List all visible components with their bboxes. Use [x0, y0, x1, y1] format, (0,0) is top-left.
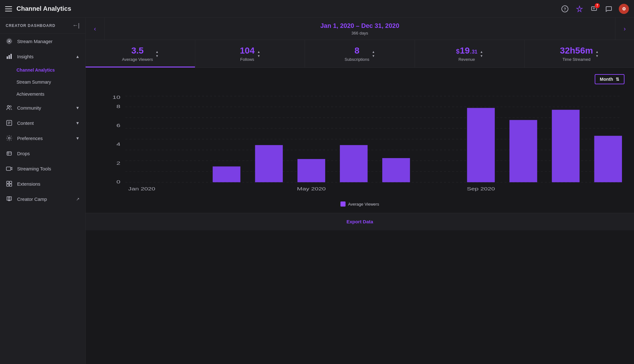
svg-marker-2	[577, 6, 582, 12]
content-icon	[6, 119, 13, 126]
sidebar-item-streaming-tools[interactable]: Streaming Tools	[0, 161, 85, 176]
date-range-center: Jan 1, 2020 – Dec 31, 2020 366 days	[105, 22, 615, 35]
avatar[interactable]: ⚙	[619, 4, 629, 14]
export-label: Export Data	[346, 219, 373, 224]
prev-period-button[interactable]: ‹	[86, 18, 105, 40]
sidebar-item-achievements[interactable]: Achievements	[0, 88, 85, 100]
sidebar-collapse-icon[interactable]: ←|	[72, 22, 80, 29]
period-select[interactable]: Month ⇅	[595, 74, 624, 84]
people-icon	[6, 104, 13, 111]
next-period-button[interactable]: ›	[615, 18, 634, 40]
drops-label: Drops	[17, 151, 30, 156]
bar-sep	[467, 108, 495, 182]
avg-viewers-label: Average Viewers	[122, 57, 153, 62]
page-title: Channel Analytics	[16, 5, 71, 12]
stat-follows[interactable]: 104 Follows ▲▼	[195, 40, 305, 67]
sidebar-item-channel-analytics[interactable]: Channel Analytics	[0, 64, 85, 76]
bar-dec	[594, 136, 622, 182]
sidebar-item-creator-camp[interactable]: Creator Camp ↗	[0, 191, 85, 207]
svg-text:Jan 2020: Jan 2020	[128, 186, 155, 191]
svg-point-6	[8, 40, 10, 42]
topbar-right: ? 7 ⚙	[560, 4, 629, 14]
help-icon[interactable]: ?	[560, 4, 569, 13]
time-streamed-value: 32h56m	[560, 46, 593, 56]
subscriptions-value: 8	[354, 46, 359, 56]
content-chevron-icon: ▼	[75, 121, 80, 125]
bar-nov	[552, 110, 579, 182]
sidebar-item-stream-manager[interactable]: Stream Manager	[0, 34, 85, 49]
radio-icon	[6, 38, 13, 45]
svg-rect-25	[7, 184, 9, 186]
follows-value: 104	[240, 46, 255, 56]
channel-analytics-label: Channel Analytics	[16, 67, 55, 73]
date-range-bar: ‹ Jan 1, 2020 – Dec 31, 2020 366 days ›	[86, 18, 634, 40]
period-select-arrows-icon: ⇅	[616, 77, 619, 82]
sidebar-header-label: CREATOR DASHBOARD	[6, 23, 55, 28]
svg-text:6: 6	[116, 123, 120, 128]
insights-chevron-icon: ▲	[75, 54, 80, 59]
svg-text:0: 0	[116, 179, 120, 184]
svg-rect-23	[7, 181, 9, 183]
chart-svg: 0 2 4 6 8 10	[95, 89, 624, 197]
svg-text:May 2020: May 2020	[297, 186, 326, 191]
external-link-icon: ↗	[76, 197, 80, 201]
preferences-chevron-icon: ▼	[75, 136, 80, 141]
revenue-cents-val: 31	[472, 49, 477, 55]
stat-subscriptions[interactable]: 8 Subscriptions ▲▼	[305, 40, 415, 67]
bar-jul	[382, 158, 410, 182]
avg-viewers-value: 3.5	[131, 46, 144, 56]
insights-label: Insights	[17, 54, 34, 59]
bar-chart: 0 2 4 6 8 10	[95, 89, 624, 197]
legend-color-avg-viewers	[340, 201, 346, 207]
achievements-label: Achievements	[16, 92, 44, 97]
svg-point-18	[8, 137, 10, 139]
follows-label: Follows	[240, 57, 254, 62]
chart-controls: Month ⇅	[95, 74, 624, 84]
creator-camp-label: Creator Camp	[17, 196, 47, 202]
svg-rect-26	[10, 184, 12, 186]
sidebar-item-extensions[interactable]: Extensions	[0, 176, 85, 191]
sidebar-item-community[interactable]: Community ▼	[0, 100, 85, 115]
notifications-icon[interactable]: 7	[590, 4, 598, 13]
sidebar-header: CREATOR DASHBOARD ←|	[0, 18, 85, 34]
date-range-days: 366 days	[352, 31, 368, 35]
svg-point-12	[7, 105, 9, 107]
chart-icon	[6, 53, 13, 60]
chart-area: Month ⇅ 0 2	[86, 68, 634, 213]
sidebar-item-preferences[interactable]: Preferences ▼	[0, 131, 85, 146]
sidebar-item-insights[interactable]: Insights ▲	[0, 49, 85, 64]
hamburger-icon[interactable]	[5, 6, 12, 11]
date-range-text: Jan 1, 2020 – Dec 31, 2020	[320, 22, 399, 29]
svg-rect-9	[7, 56, 8, 59]
stream-manager-label: Stream Manager	[17, 39, 53, 44]
time-streamed-label: Time Streamed	[562, 57, 590, 62]
content-label: Content	[17, 120, 34, 126]
sidebar-item-stream-summary[interactable]: Stream Summary	[0, 76, 85, 88]
svg-text:4: 4	[116, 142, 120, 147]
svg-text:?: ?	[564, 7, 566, 11]
stream-summary-label: Stream Summary	[16, 80, 51, 85]
stat-revenue[interactable]: $ 19 . 31 Revenue ▲▼	[415, 40, 525, 67]
extensions-icon	[6, 180, 13, 187]
stat-avg-viewers[interactable]: 3.5 Average Viewers ▲▼	[86, 40, 195, 67]
chat-icon[interactable]	[604, 4, 613, 13]
svg-text:2: 2	[116, 161, 120, 166]
community-chevron-icon: ▼	[75, 105, 80, 110]
svg-text:10: 10	[113, 94, 120, 99]
sidebar-item-drops[interactable]: Drops	[0, 146, 85, 161]
sidebar-item-content[interactable]: Content ▼	[0, 115, 85, 131]
legend-label-avg-viewers: Average Viewers	[348, 202, 379, 207]
export-bar[interactable]: Export Data	[86, 213, 634, 230]
stats-bar: 3.5 Average Viewers ▲▼ 104 Follows ▲▼	[86, 40, 634, 68]
bar-may	[297, 159, 325, 182]
revenue-cents: .	[470, 49, 471, 55]
bar-oct	[509, 120, 537, 182]
svg-rect-10	[9, 55, 10, 59]
stat-time-streamed[interactable]: 32h56m Time Streamed ▲▼	[525, 40, 634, 67]
svg-text:Sep 2020: Sep 2020	[467, 186, 495, 191]
svg-rect-19	[7, 152, 11, 155]
bar-mar	[213, 166, 240, 182]
notification-badge: 7	[595, 3, 600, 8]
community-label: Community	[17, 105, 41, 111]
magic-icon[interactable]	[575, 4, 584, 13]
